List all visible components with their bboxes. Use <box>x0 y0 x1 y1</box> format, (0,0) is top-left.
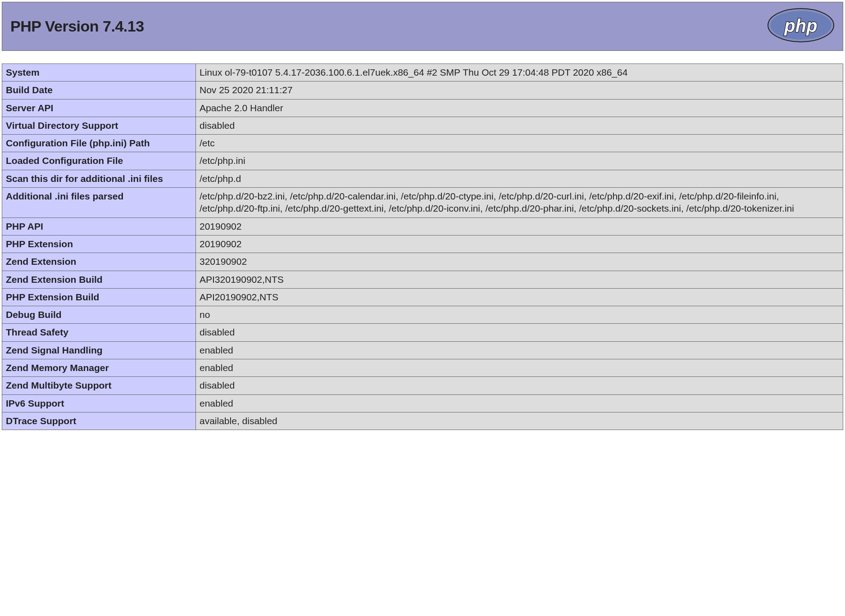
info-key: Build Date <box>2 82 196 99</box>
info-value: disabled <box>196 324 843 341</box>
table-row: Loaded Configuration File/etc/php.ini <box>2 152 843 170</box>
info-value: /etc/php.ini <box>196 152 843 170</box>
info-key: IPv6 Support <box>2 394 196 412</box>
info-key: Debug Build <box>2 306 196 324</box>
page-title: PHP Version 7.4.13 <box>10 18 144 35</box>
info-key: PHP Extension <box>2 235 196 253</box>
info-value: 20190902 <box>196 235 843 253</box>
info-key: PHP Extension Build <box>2 288 196 306</box>
table-row: Zend Multibyte Supportdisabled <box>2 377 843 394</box>
info-key: Zend Signal Handling <box>2 341 196 359</box>
info-value: /etc/php.d/20-bz2.ini, /etc/php.d/20-cal… <box>196 188 843 218</box>
info-value: no <box>196 306 843 324</box>
info-key: Thread Safety <box>2 324 196 341</box>
info-key: Zend Multibyte Support <box>2 377 196 394</box>
table-row: Zend Memory Managerenabled <box>2 359 843 377</box>
info-key: System <box>2 64 196 82</box>
info-value: Linux ol-79-t0107 5.4.17-2036.100.6.1.el… <box>196 64 843 82</box>
info-value: API20190902,NTS <box>196 288 843 306</box>
table-row: Thread Safetydisabled <box>2 324 843 341</box>
info-value: disabled <box>196 377 843 394</box>
info-value: 320190902 <box>196 253 843 271</box>
info-value: enabled <box>196 394 843 412</box>
table-row: SystemLinux ol-79-t0107 5.4.17-2036.100.… <box>2 64 843 82</box>
phpinfo-table: SystemLinux ol-79-t0107 5.4.17-2036.100.… <box>2 63 843 430</box>
info-value: enabled <box>196 341 843 359</box>
info-value: 20190902 <box>196 217 843 235</box>
table-row: Virtual Directory Supportdisabled <box>2 117 843 134</box>
table-row: IPv6 Supportenabled <box>2 394 843 412</box>
table-row: Debug Buildno <box>2 306 843 324</box>
info-key: Zend Extension <box>2 253 196 271</box>
info-key: DTrace Support <box>2 412 196 430</box>
table-row: PHP Extension20190902 <box>2 235 843 253</box>
info-value: disabled <box>196 117 843 134</box>
info-key: Zend Memory Manager <box>2 359 196 377</box>
info-key: Zend Extension Build <box>2 271 196 288</box>
table-row: PHP API20190902 <box>2 217 843 235</box>
info-value: available, disabled <box>196 412 843 430</box>
table-row: Zend Extension BuildAPI320190902,NTS <box>2 271 843 288</box>
phpinfo-header-banner: PHP Version 7.4.13 php <box>2 2 843 51</box>
svg-text:php: php <box>784 16 817 36</box>
table-row: DTrace Supportavailable, disabled <box>2 412 843 430</box>
info-value: /etc/php.d <box>196 170 843 187</box>
info-key: Server API <box>2 99 196 117</box>
info-key: PHP API <box>2 217 196 235</box>
info-value: Nov 25 2020 21:11:27 <box>196 82 843 99</box>
table-row: Zend Signal Handlingenabled <box>2 341 843 359</box>
table-row: Server APIApache 2.0 Handler <box>2 99 843 117</box>
info-value: /etc <box>196 135 843 152</box>
info-key: Scan this dir for additional .ini files <box>2 170 196 187</box>
table-row: Additional .ini files parsed/etc/php.d/2… <box>2 188 843 218</box>
table-row: Scan this dir for additional .ini files/… <box>2 170 843 187</box>
info-key: Loaded Configuration File <box>2 152 196 170</box>
info-value: Apache 2.0 Handler <box>196 99 843 117</box>
table-row: Build DateNov 25 2020 21:11:27 <box>2 82 843 99</box>
table-row: Configuration File (php.ini) Path/etc <box>2 135 843 152</box>
info-key: Configuration File (php.ini) Path <box>2 135 196 152</box>
info-key: Virtual Directory Support <box>2 117 196 134</box>
table-row: Zend Extension320190902 <box>2 253 843 271</box>
table-row: PHP Extension BuildAPI20190902,NTS <box>2 288 843 306</box>
info-value: API320190902,NTS <box>196 271 843 288</box>
info-key: Additional .ini files parsed <box>2 188 196 218</box>
php-logo-icon: php <box>767 8 835 45</box>
info-value: enabled <box>196 359 843 377</box>
